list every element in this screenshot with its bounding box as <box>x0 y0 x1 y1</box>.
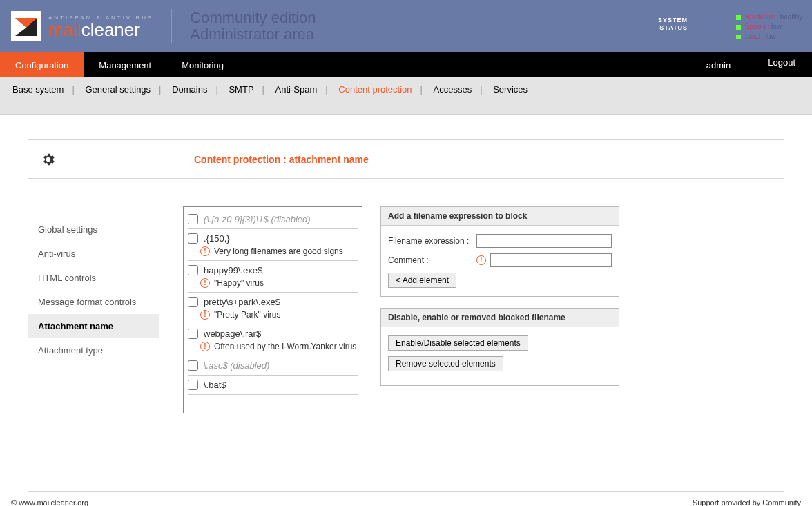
list-item[interactable]: happy99\.exe$!"Happy" virus <box>188 261 358 293</box>
input-filename-expression[interactable] <box>476 234 612 248</box>
add-box-title: Add a filename expression to block <box>381 207 619 226</box>
side-anti-virus[interactable]: Anti-virus <box>28 242 159 266</box>
list-expression: \.asc$ (disabled) <box>204 360 269 371</box>
list-checkbox[interactable] <box>188 233 198 244</box>
main-panel: Global settings Anti-virus HTML controls… <box>28 139 784 492</box>
list-expression: pretty\s+park\.exe$ <box>204 297 280 307</box>
list-expression: webpage\.rar$ <box>204 329 261 339</box>
side-attachment-name[interactable]: Attachment name <box>28 314 159 338</box>
subnav-smtp[interactable]: SMTP <box>227 84 255 95</box>
manage-expression-box: Disable, enable or removed blocked filen… <box>380 308 619 386</box>
side-message-format[interactable]: Message format controls <box>28 290 159 314</box>
side-global-settings[interactable]: Global settings <box>28 217 159 242</box>
list-expression: .{150,} <box>204 233 230 244</box>
footer-left-link[interactable]: © www.mailcleaner.org <box>11 498 88 506</box>
list-comment: "Pretty Park" virus <box>214 310 281 320</box>
list-expression: \.bat$ <box>204 380 226 390</box>
toggle-button[interactable]: Enable/Disable selected elements <box>388 335 528 351</box>
subnav-general-settings[interactable]: General settings <box>84 84 152 95</box>
list-item[interactable]: (\.[a-z0-9]{3})\1$ (disabled) <box>188 210 358 229</box>
status-indicator-icon <box>736 35 741 39</box>
list-checkbox[interactable] <box>188 214 198 224</box>
list-comment: Very long filenames are good signs <box>214 246 343 256</box>
list-checkbox[interactable] <box>188 329 198 339</box>
nav-configuration[interactable]: Configuration <box>0 52 84 77</box>
logo-icon <box>11 11 41 41</box>
add-element-button[interactable]: < Add element <box>388 273 456 288</box>
status-indicator-icon <box>736 15 741 20</box>
edition-block: Community edition Administrator area <box>190 10 316 43</box>
list-checkbox[interactable] <box>188 265 198 275</box>
list-checkbox[interactable] <box>188 297 198 307</box>
list-expression: happy99\.exe$ <box>204 265 262 275</box>
info-icon: ! <box>200 278 210 288</box>
header-divider <box>171 9 172 43</box>
list-item[interactable]: pretty\s+park\.exe$!"Pretty Park" virus <box>188 293 358 324</box>
subnav-anti-spam[interactable]: Anti-Spam <box>274 84 319 95</box>
main-nav: Configuration Management Monitoring admi… <box>0 52 812 77</box>
list-checkbox[interactable] <box>188 380 198 390</box>
subnav-domains[interactable]: Domains <box>171 84 209 95</box>
list-comment: Often used by the I-Worm.Yanker virus <box>214 342 356 351</box>
status-list: Hardware : healthy Spools : low Load : l… <box>736 12 802 41</box>
nav-monitoring[interactable]: Monitoring <box>166 52 239 77</box>
list-comment: "Happy" virus <box>214 278 264 288</box>
logo-text: ANTISPAM & ANTIVIRUS mailcleaner <box>48 14 153 39</box>
system-status-label: SYSTEM STATUS <box>658 17 688 32</box>
gear-icon <box>28 140 159 179</box>
nav-user[interactable]: admin <box>686 60 751 70</box>
subnav-services[interactable]: Services <box>492 84 529 95</box>
manage-box-title: Disable, enable or removed blocked filen… <box>381 309 619 327</box>
status-indicator-icon <box>736 25 741 30</box>
list-item[interactable]: .{150,}!Very long filenames are good sig… <box>188 229 358 261</box>
page-title: Content protection : attachment name <box>194 154 369 165</box>
side-menu: Global settings Anti-virus HTML controls… <box>28 217 159 362</box>
main-column: Content protection : attachment name (\.… <box>160 140 784 491</box>
list-item[interactable]: \.bat$ <box>188 376 358 395</box>
footer: © www.mailcleaner.org Support provided b… <box>0 494 812 506</box>
subnav-base-system[interactable]: Base system <box>11 84 65 95</box>
list-item[interactable]: webpage\.rar$!Often used by the I-Worm.Y… <box>188 324 358 356</box>
list-expression: (\.[a-z0-9]{3})\1$ (disabled) <box>204 214 311 224</box>
nav-management[interactable]: Management <box>84 52 166 77</box>
nav-logout[interactable]: Logout <box>751 57 812 68</box>
expression-list[interactable]: (\.[a-z0-9]{3})\1$ (disabled).{150,}!Ver… <box>183 206 362 413</box>
side-html-controls[interactable]: HTML controls <box>28 266 159 290</box>
side-attachment-type[interactable]: Attachment type <box>28 338 159 362</box>
info-icon: ! <box>476 255 486 265</box>
footer-right-link[interactable]: Support provided by Community <box>693 498 801 506</box>
label-filename-expression: Filename expression : <box>388 236 476 246</box>
info-icon: ! <box>200 342 210 351</box>
label-comment: Comment : <box>388 255 476 265</box>
add-expression-box: Add a filename expression to block Filen… <box>380 206 619 297</box>
remove-button[interactable]: Remove selected elements <box>388 356 503 371</box>
info-icon: ! <box>200 246 210 256</box>
list-item[interactable]: \.asc$ (disabled) <box>188 356 358 376</box>
input-comment[interactable] <box>490 253 612 267</box>
info-icon: ! <box>200 310 210 320</box>
subnav-accesses[interactable]: Accesses <box>432 84 474 95</box>
sub-nav: Base system| General settings| Domains| … <box>0 77 812 115</box>
subnav-content-protection[interactable]: Content protection <box>337 84 413 95</box>
side-column: Global settings Anti-virus HTML controls… <box>28 140 160 491</box>
header: ANTISPAM & ANTIVIRUS mailcleaner Communi… <box>0 0 812 52</box>
list-checkbox[interactable] <box>188 360 198 371</box>
